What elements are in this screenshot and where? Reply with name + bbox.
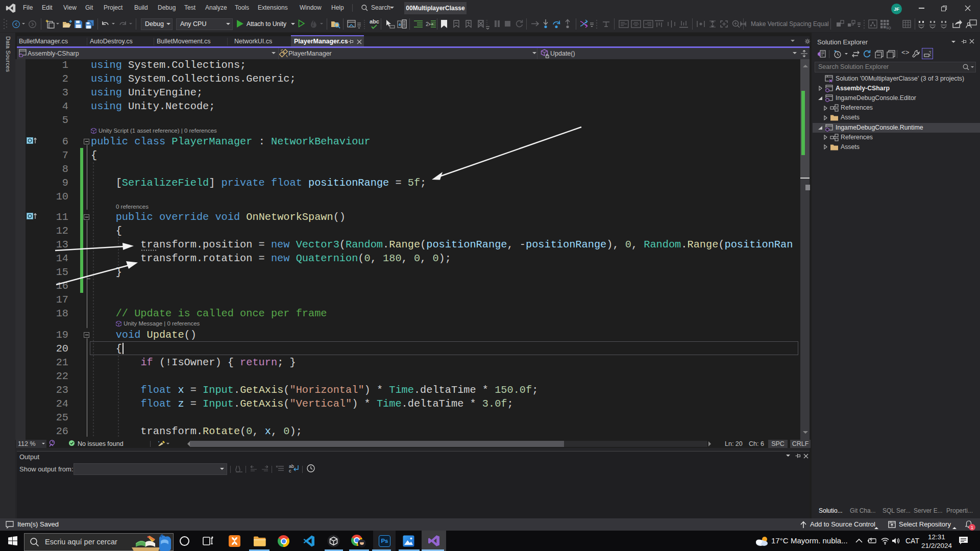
- svg-text:2↦: 2↦: [426, 21, 433, 27]
- svg-text:SQL: SQL: [886, 26, 891, 30]
- svg-text:c: c: [289, 468, 291, 473]
